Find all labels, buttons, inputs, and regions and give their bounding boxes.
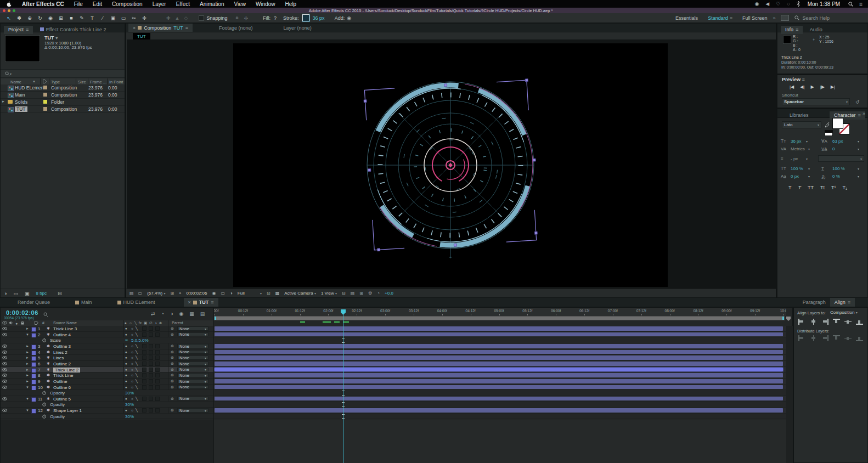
layer-name[interactable]: Outline 3 — [53, 344, 71, 349]
switch-box[interactable] — [155, 385, 160, 389]
switch-box[interactable] — [155, 408, 160, 413]
layer-list-empty-area[interactable] — [1, 420, 213, 463]
quality-switch-icon[interactable]: ● — [125, 344, 127, 348]
tsume-value[interactable]: 0 % — [832, 174, 840, 179]
parent-pickwhip-icon[interactable]: ⊚ — [171, 373, 174, 377]
help-search-icon[interactable] — [789, 15, 802, 20]
quality-bezier-icon[interactable]: ╲ — [136, 385, 138, 389]
parent-pickwhip-icon[interactable]: ⊚ — [171, 362, 174, 366]
pan-behind-tool[interactable]: ⊞ — [57, 14, 65, 21]
puppet-record-icon[interactable]: ◇ — [182, 15, 190, 21]
quality-bezier-icon[interactable]: ╲ — [136, 344, 138, 348]
minimize-window-button[interactable] — [8, 9, 10, 12]
show-snapshot-icon[interactable]: ▭ — [221, 291, 225, 296]
parent-pickwhip-icon[interactable]: ⊚ — [171, 379, 174, 383]
layer-expander-icon[interactable]: ▼ — [26, 333, 29, 336]
align-right-button[interactable] — [821, 319, 828, 325]
horizontal-scale-chevron[interactable]: ▾ — [858, 167, 859, 171]
layer-color-swatch[interactable] — [31, 327, 36, 332]
first-frame-button[interactable]: |◀ — [790, 84, 794, 89]
quality-switch-icon[interactable]: ● — [125, 373, 127, 377]
switch-box[interactable] — [149, 408, 153, 413]
viewer-subtab[interactable]: TUT — [133, 33, 150, 39]
flowchart-icon[interactable]: ⊞ — [359, 291, 363, 296]
time-ruler[interactable]: 0:00f00:12f01:00f01:12f02:00f02:12f03:00… — [213, 308, 786, 317]
parent-dropdown[interactable]: None▾ — [177, 397, 208, 400]
layer-visibility-toggle[interactable] — [2, 397, 7, 400]
switch-box[interactable] — [149, 332, 153, 337]
timeline-current-time[interactable]: 0:00:02:06 — [6, 309, 38, 316]
effects-switch-icon[interactable]: ☼ — [131, 362, 134, 365]
default-colors-swatch[interactable] — [825, 130, 833, 136]
stopwatch-icon[interactable] — [42, 391, 46, 395]
switch-box[interactable] — [142, 408, 146, 413]
track-empty-area[interactable] — [213, 420, 786, 463]
roi-icon[interactable]: ⊡ — [267, 291, 270, 296]
switch-box[interactable] — [142, 373, 146, 377]
menu-clock[interactable]: Mon 1:38 PM — [803, 1, 844, 7]
tab-libraries[interactable]: Libraries — [785, 111, 813, 120]
tracking-value[interactable]: 0 — [832, 146, 835, 151]
switch-box[interactable] — [155, 350, 160, 354]
menu-item-window[interactable]: Window — [251, 1, 280, 7]
shape-tool[interactable]: ■ — [67, 14, 76, 21]
distribute-right-button[interactable] — [856, 335, 863, 341]
layer-visibility-toggle[interactable] — [2, 362, 7, 365]
parent-pickwhip-icon[interactable]: ⊚ — [171, 344, 174, 348]
snap-features-icon[interactable]: ⊹ — [241, 15, 251, 21]
track-row[interactable] — [213, 326, 786, 332]
distribute-top-button[interactable] — [798, 335, 805, 341]
pen-tool[interactable]: ✎ — [77, 14, 86, 21]
effects-switch-icon[interactable]: ☼ — [131, 344, 134, 348]
shortcut-dropdown[interactable]: Spacebar▾ — [782, 98, 850, 105]
faux-bold-button[interactable]: T — [788, 185, 792, 190]
source-name-column[interactable]: Source Name — [53, 321, 77, 325]
panel-menu-icon[interactable]: ≡ — [211, 300, 213, 305]
parent-pickwhip-icon[interactable]: ⊚ — [171, 408, 174, 413]
type-tool[interactable]: T — [88, 14, 97, 21]
live-update-icon[interactable]: ⇄ — [151, 311, 155, 317]
snapping-checkbox[interactable] — [199, 15, 204, 21]
layer-color-swatch[interactable] — [31, 345, 36, 349]
volume-icon[interactable]: ◀ — [762, 1, 773, 7]
project-row-name[interactable]: HUD ELement — [15, 85, 45, 91]
mask-visibility-icon[interactable]: ⌖ — [179, 291, 182, 296]
motion-blur-icon[interactable]: ◉ — [179, 311, 183, 317]
layer-expander-icon[interactable]: ► — [26, 356, 29, 359]
parent-pickwhip-icon[interactable]: ⊚ — [171, 332, 174, 337]
faux-italic-button[interactable]: T — [798, 185, 802, 190]
interpret-footage-icon[interactable]: ◑ — [4, 291, 7, 296]
new-composition-icon[interactable]: ▣ — [25, 291, 30, 296]
layer-row[interactable]: ►3✱Outline 3●☼╲⊚None▾ — [1, 343, 213, 349]
camera-dropdown[interactable]: Active Camera ▾ — [284, 291, 316, 296]
menu-item-help[interactable]: Help — [280, 1, 302, 7]
previous-frame-button[interactable]: ◀| — [800, 84, 804, 89]
add-shape-icon[interactable]: ◉ — [345, 15, 351, 21]
switch-box[interactable] — [142, 397, 146, 401]
tab-layer[interactable]: Layer (none) — [279, 24, 316, 32]
comp-marker-bin-icon[interactable] — [786, 317, 791, 321]
camera-tool[interactable]: ◉ — [46, 14, 55, 21]
switch-box[interactable] — [155, 379, 160, 383]
wifi-icon[interactable]: ◌ — [784, 1, 793, 7]
font-family-dropdown[interactable]: Lato▾ — [782, 121, 821, 128]
close-window-button[interactable] — [3, 9, 5, 12]
reset-shortcut-icon[interactable]: ↺ — [855, 99, 860, 105]
label-color-chip[interactable] — [43, 93, 47, 97]
quality-switch-icon[interactable]: ● — [125, 408, 127, 412]
layer-row[interactable]: ►4✱Lines 2●☼╲⊚None▾ — [1, 349, 213, 355]
switch-box[interactable] — [142, 379, 146, 383]
subscript-button[interactable]: T₁ — [843, 185, 848, 190]
panel-menu-icon[interactable]: ≡ — [185, 25, 188, 31]
track-row[interactable] — [213, 332, 786, 337]
layer-duration-bar[interactable] — [215, 373, 783, 377]
effects-switch-icon[interactable]: ☼ — [131, 350, 134, 354]
tab-audio[interactable]: Audio — [805, 26, 827, 34]
puppet-starch-icon[interactable]: ▲ — [173, 15, 182, 21]
sort-arrow-icon[interactable]: ▲ — [32, 80, 36, 83]
switch-box[interactable] — [155, 368, 160, 372]
exposure-reset-icon[interactable]: ◔ — [377, 291, 380, 296]
stopwatch-icon[interactable] — [42, 402, 46, 406]
parent-dropdown[interactable]: None▾ — [177, 362, 208, 366]
layer-expander-icon[interactable]: ► — [26, 368, 29, 371]
